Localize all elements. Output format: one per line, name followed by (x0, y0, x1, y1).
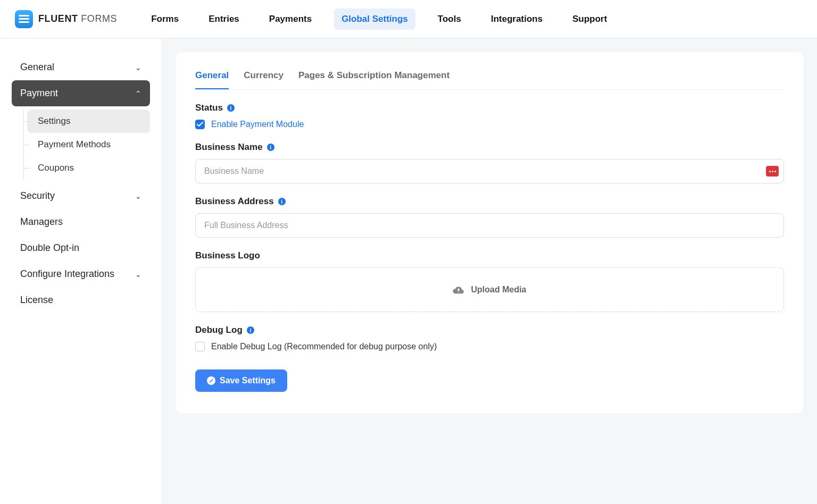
label-business-name: Business Name i (195, 142, 784, 153)
upload-media-zone[interactable]: Upload Media (195, 267, 784, 312)
info-icon[interactable]: i (267, 144, 274, 151)
field-business-name: Business Name i (195, 142, 784, 183)
label-debug-log: Debug Log i (195, 325, 784, 335)
label-status: Status i (195, 103, 784, 113)
nav-global-settings[interactable]: Global Settings (334, 9, 415, 30)
brand-logo-icon (15, 10, 33, 28)
sidebar-sub-settings[interactable]: Settings (27, 110, 150, 133)
top-nav: Forms Entries Payments Global Settings T… (144, 9, 614, 30)
chevron-down-icon: ⌄ (135, 192, 141, 200)
sidebar-item-label: Security (20, 190, 55, 201)
label-text: Business Address (195, 196, 274, 207)
sidebar-item-license[interactable]: License (12, 287, 150, 313)
info-icon[interactable]: i (247, 326, 254, 334)
enable-payment-label: Enable Payment Module (211, 120, 304, 129)
tab-general[interactable]: General (195, 66, 229, 89)
nav-forms[interactable]: Forms (144, 9, 186, 30)
debug-log-label: Enable Debug Log (Recommended for debug … (211, 342, 437, 351)
brand-text: FLUENT FORMS (38, 13, 117, 24)
content: General Currency Pages & Subscription Ma… (162, 38, 817, 504)
field-business-address: Business Address i (195, 196, 784, 238)
label-text: Debug Log (195, 325, 243, 335)
chevron-down-icon: ⌄ (135, 63, 141, 72)
field-status: Status i Enable Payment Module (195, 103, 784, 129)
save-button-label: Save Settings (220, 376, 276, 385)
nav-payments[interactable]: Payments (262, 9, 319, 30)
sidebar-payment-sublist: Settings Payment Methods Coupons (23, 110, 150, 180)
enable-payment-row[interactable]: Enable Payment Module (195, 120, 784, 129)
sidebar-item-managers[interactable]: Managers (12, 209, 150, 235)
nav-integrations[interactable]: Integrations (483, 9, 550, 30)
sidebar-item-label: General (20, 62, 54, 73)
settings-card: General Currency Pages & Subscription Ma… (176, 52, 803, 413)
sidebar-item-label: License (20, 295, 53, 306)
tab-pages-subscription[interactable]: Pages & Subscription Management (298, 66, 449, 89)
chevron-down-icon: ⌄ (135, 270, 141, 279)
info-icon[interactable]: i (278, 198, 286, 205)
sidebar-item-security[interactable]: Security ⌄ (12, 183, 150, 209)
sidebar-item-double-optin[interactable]: Double Opt-in (12, 235, 150, 261)
business-address-input[interactable] (195, 213, 784, 238)
field-debug-log: Debug Log i Enable Debug Log (Recommende… (195, 325, 784, 351)
label-text: Status (195, 103, 223, 113)
nav-tools[interactable]: Tools (430, 9, 469, 30)
password-manager-icon[interactable] (766, 166, 779, 177)
sidebar-item-configure-integrations[interactable]: Configure Integrations ⌄ (12, 261, 150, 287)
check-circle-icon: ✓ (207, 376, 215, 385)
business-name-input[interactable] (195, 159, 784, 183)
tab-currency[interactable]: Currency (244, 66, 284, 89)
brand[interactable]: FLUENT FORMS (15, 10, 117, 28)
enable-payment-checkbox[interactable] (195, 120, 205, 129)
save-settings-button[interactable]: ✓ Save Settings (195, 369, 287, 392)
settings-tabs: General Currency Pages & Subscription Ma… (195, 66, 784, 90)
sidebar-item-label: Configure Integrations (20, 268, 114, 280)
chevron-up-icon: ⌃ (135, 89, 141, 98)
topbar: FLUENT FORMS Forms Entries Payments Glob… (0, 0, 817, 38)
label-text: Business Logo (195, 250, 260, 261)
sidebar: General ⌄ Payment ⌃ Settings Payment Met… (0, 38, 162, 504)
label-business-address: Business Address i (195, 196, 784, 207)
field-business-logo: Business Logo Upload Media (195, 250, 784, 312)
debug-log-row[interactable]: Enable Debug Log (Recommended for debug … (195, 342, 784, 351)
sidebar-item-label: Managers (20, 216, 63, 228)
sidebar-item-payment[interactable]: Payment ⌃ (12, 80, 150, 106)
sidebar-item-label: Double Opt-in (20, 242, 79, 254)
sidebar-item-label: Payment (20, 88, 58, 99)
nav-support[interactable]: Support (565, 9, 614, 30)
sidebar-sub-coupons[interactable]: Coupons (27, 156, 150, 180)
info-icon[interactable]: i (227, 104, 235, 112)
sidebar-item-general[interactable]: General ⌄ (12, 54, 150, 80)
label-text: Business Name (195, 142, 263, 153)
label-business-logo: Business Logo (195, 250, 784, 261)
debug-log-checkbox[interactable] (195, 342, 205, 351)
cloud-upload-icon (453, 285, 464, 295)
upload-media-label: Upload Media (471, 285, 526, 295)
sidebar-sub-payment-methods[interactable]: Payment Methods (27, 133, 150, 156)
nav-entries[interactable]: Entries (201, 9, 247, 30)
